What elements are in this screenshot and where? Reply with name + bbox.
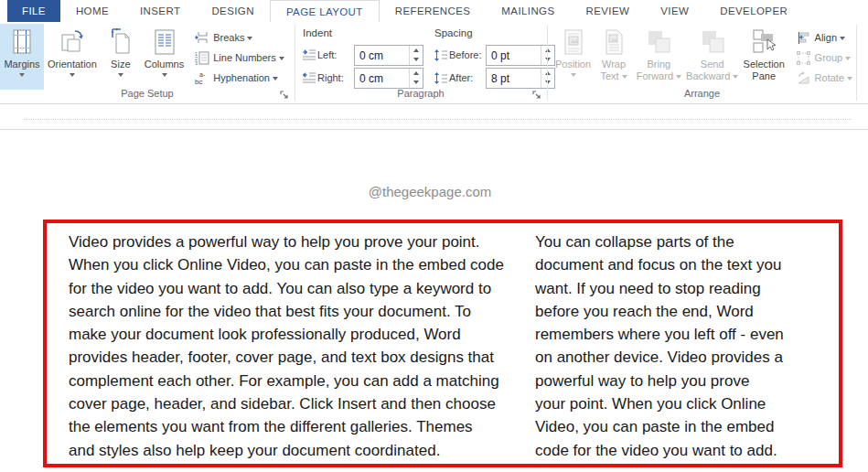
margins-icon xyxy=(8,26,36,59)
indent-section: Indent Left: 0 cm xyxy=(301,27,423,89)
rotate-button[interactable]: Rotate xyxy=(793,68,855,88)
text-line: powerful way to help you prove xyxy=(535,370,809,392)
tab-insert[interactable]: INSERT xyxy=(124,0,196,22)
page-setup-group-label: Page Setup xyxy=(0,88,295,102)
text-line: You can collapse parts of the xyxy=(535,231,809,253)
bring-forward-button[interactable]: Bring Forward xyxy=(634,24,684,90)
selection-pane-label-line1: Selection xyxy=(744,59,785,70)
dropdown-caret-icon xyxy=(845,57,851,60)
indent-right-row: Right: 0 cm xyxy=(301,67,423,89)
indent-right-spin-up[interactable] xyxy=(410,69,423,79)
paragraph-dialog-launcher[interactable] xyxy=(531,90,542,101)
selection-pane-icon xyxy=(750,26,777,59)
paragraph-group-label: Paragraph xyxy=(295,88,546,102)
tab-review[interactable]: REVIEW xyxy=(571,0,646,22)
position-button[interactable]: Position xyxy=(552,24,594,90)
indent-left-icon xyxy=(301,48,317,61)
tab-design[interactable]: DESIGN xyxy=(196,0,270,22)
indent-right-value: 0 cm xyxy=(355,69,409,88)
send-backward-label-line1: Send xyxy=(701,59,724,70)
spacing-after-icon xyxy=(433,71,449,85)
spacing-before-input[interactable]: 0 pt xyxy=(486,45,555,66)
send-backward-icon xyxy=(699,26,726,59)
tab-developer[interactable]: DEVELOPER xyxy=(704,0,803,22)
orientation-label: Orientation xyxy=(48,59,97,70)
page-break-icon xyxy=(194,30,209,45)
spacing-before-row: Before: 0 pt xyxy=(433,44,555,66)
indent-left-spin-up[interactable] xyxy=(410,46,423,56)
dropdown-caret-icon xyxy=(840,37,845,40)
selection-pane-button[interactable]: Selection Pane xyxy=(741,24,788,90)
indent-right-input[interactable]: 0 cm xyxy=(354,68,423,89)
columns-button[interactable]: Columns xyxy=(141,24,188,90)
tab-references[interactable]: REFERENCES xyxy=(380,0,487,22)
margins-button[interactable]: Margins xyxy=(0,24,44,90)
breaks-button[interactable]: Breaks xyxy=(191,27,286,48)
wrap-text-label-line1: Wrap xyxy=(602,59,626,70)
line-numbers-button[interactable]: 1 2 3 Line Numbers xyxy=(191,48,286,68)
page-setup-dialog-launcher[interactable] xyxy=(279,90,290,101)
send-backward-button[interactable]: Send Backward xyxy=(684,24,741,90)
word-window: FILE HOME INSERT DESIGN PAGE LAYOUT REFE… xyxy=(0,0,868,472)
ribbon: Margins Orientation xyxy=(0,22,868,104)
indent-left-value: 0 cm xyxy=(355,46,409,65)
indent-right-label: Right: xyxy=(317,72,354,83)
dropdown-caret-icon xyxy=(676,75,681,79)
group-separator xyxy=(856,25,857,101)
spacing-after-label: After: xyxy=(449,72,486,83)
watermark-text: @thegeekpage.com xyxy=(302,184,558,199)
dropdown-caret-icon xyxy=(733,75,738,79)
hyphenation-button[interactable]: a- bc Hyphenation xyxy=(191,68,286,88)
wrap-text-icon xyxy=(602,26,626,59)
ribbon-tab-bar: FILE HOME INSERT DESIGN PAGE LAYOUT REFE… xyxy=(0,0,868,22)
tab-view[interactable]: VIEW xyxy=(645,0,704,22)
group-separator xyxy=(547,25,548,101)
page-boundary-dotted-line xyxy=(24,119,852,120)
wrap-text-button[interactable]: Wrap Text xyxy=(594,24,634,90)
spacing-after-value: 8 pt xyxy=(487,69,541,88)
position-label: Position xyxy=(555,59,591,70)
document-right-column[interactable]: You can collapse parts of the document a… xyxy=(535,231,809,462)
size-button[interactable]: Size xyxy=(101,24,141,90)
dropdown-caret-icon xyxy=(622,75,627,79)
dropdown-caret-icon xyxy=(19,73,25,77)
dropdown-caret-icon xyxy=(847,77,852,80)
spacing-heading: Spacing xyxy=(433,27,555,43)
tab-file[interactable]: FILE xyxy=(7,0,60,22)
text-line: on another device. Video provides a xyxy=(535,346,809,369)
orientation-button[interactable]: Orientation xyxy=(44,24,101,90)
text-line: complement each other. For example, you … xyxy=(69,370,508,392)
bring-forward-icon xyxy=(645,26,672,59)
dropdown-caret-icon xyxy=(247,37,252,40)
text-line: and styles also help keep your document … xyxy=(69,439,508,462)
tab-home[interactable]: HOME xyxy=(60,0,124,22)
position-icon xyxy=(562,26,585,59)
hyphenation-label: Hyphenation xyxy=(213,72,270,83)
text-line: want. If you need to stop reading xyxy=(535,277,809,300)
group-button[interactable]: Group xyxy=(793,48,855,68)
spacing-section: Spacing Before: 0 pt xyxy=(433,27,555,89)
tab-page-layout[interactable]: PAGE LAYOUT xyxy=(270,0,380,22)
group-label: Group xyxy=(815,52,843,63)
indent-right-spin-down[interactable] xyxy=(410,78,423,88)
svg-text:bc: bc xyxy=(195,78,202,85)
hyphenation-icon: a- bc xyxy=(194,70,209,85)
send-backward-label-line2: Backward xyxy=(686,70,730,82)
group-arrange: Position Wrap Text xyxy=(549,22,855,103)
orientation-icon xyxy=(58,26,87,59)
columns-icon xyxy=(152,26,177,59)
group-objects-icon xyxy=(796,50,811,65)
text-line: before you reach the end, Word xyxy=(535,300,809,323)
columns-label: Columns xyxy=(145,59,184,70)
document-left-column[interactable]: Video provides a powerful way to help yo… xyxy=(69,231,508,462)
spacing-after-input[interactable]: 8 pt xyxy=(486,68,555,89)
indent-left-label: Left: xyxy=(317,49,354,60)
indent-left-input[interactable]: 0 cm xyxy=(354,45,423,66)
indent-left-spin-down[interactable] xyxy=(410,55,423,65)
tab-mailings[interactable]: MAILINGS xyxy=(486,0,570,22)
group-paragraph: Indent Left: 0 cm xyxy=(295,22,546,103)
text-line: Video, you can paste in the embed xyxy=(535,415,809,438)
text-line: your point. When you click Online xyxy=(535,392,809,415)
align-button[interactable]: Align xyxy=(793,27,855,48)
text-line: provides header, footer, cover page, and… xyxy=(69,346,508,369)
